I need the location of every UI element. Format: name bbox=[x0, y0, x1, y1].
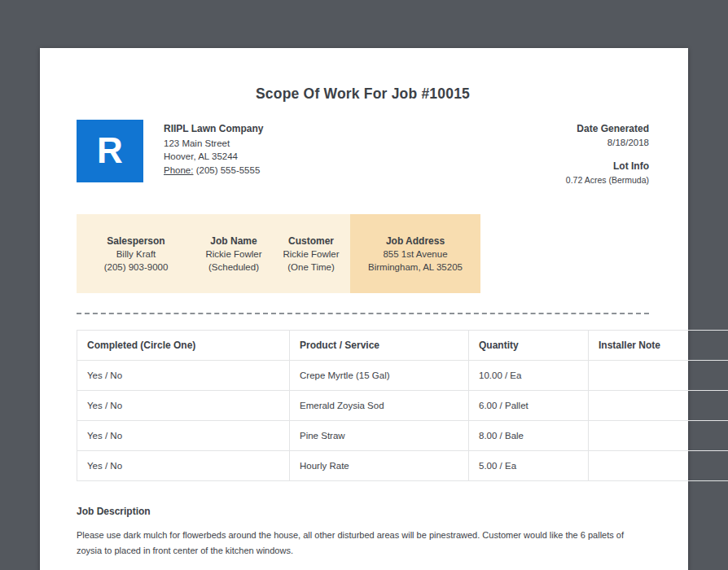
job-address-line1: 855 1st Avenue bbox=[353, 248, 477, 261]
cell-completed: Yes / No bbox=[77, 361, 290, 391]
company-logo: R bbox=[77, 120, 143, 182]
job-description-heading: Job Description bbox=[77, 506, 649, 517]
company-block: R RIIPL Lawn Company 123 Main Street Hoo… bbox=[77, 120, 263, 182]
cell-product: Crepe Myrtle (15 Gal) bbox=[290, 361, 469, 391]
lot-info-value: 0.72 Acres (Bermuda) bbox=[566, 173, 649, 187]
date-generated-label: Date Generated bbox=[566, 122, 649, 136]
header-product-service: Product / Service bbox=[290, 331, 469, 361]
table-row: Yes / No Pine Straw 8.00 / Bale bbox=[77, 421, 728, 451]
page-title: Scope Of Work For Job #10015 bbox=[77, 48, 649, 103]
cell-quantity: 5.00 / Ea bbox=[469, 451, 589, 481]
company-phone: Phone: (205) 555-5555 bbox=[164, 164, 263, 178]
customer-label: Customer bbox=[275, 235, 347, 248]
job-info-job-name: Job Name Rickie Fowler (Scheduled) bbox=[195, 214, 272, 293]
company-name: RIIPL Lawn Company bbox=[164, 122, 263, 136]
salesperson-phone: (205) 903-9000 bbox=[80, 261, 192, 274]
date-generated-value: 8/18/2018 bbox=[566, 136, 649, 150]
company-address-line2: Hoover, AL 35244 bbox=[164, 150, 263, 164]
meta-block: Date Generated 8/18/2018 Lot Info 0.72 A… bbox=[566, 120, 649, 186]
header-quantity: Quantity bbox=[469, 331, 589, 361]
cell-product: Emerald Zoysia Sod bbox=[290, 391, 469, 421]
job-address-line2: Birmingham, AL 35205 bbox=[353, 261, 477, 274]
salesperson-name: Billy Kraft bbox=[80, 248, 192, 261]
company-address-line1: 123 Main Street bbox=[164, 137, 263, 151]
phone-label: Phone: bbox=[164, 165, 193, 175]
dashed-divider bbox=[77, 313, 649, 314]
document-header: R RIIPL Lawn Company 123 Main Street Hoo… bbox=[77, 120, 649, 186]
table-row: Yes / No Crepe Myrtle (15 Gal) 10.00 / E… bbox=[77, 361, 728, 391]
header-completed: Completed (Circle One) bbox=[77, 331, 290, 361]
cell-installer-note bbox=[589, 421, 728, 451]
job-address-label: Job Address bbox=[353, 235, 477, 248]
logo-letter: R bbox=[97, 133, 123, 169]
cell-installer-note bbox=[589, 361, 728, 391]
cell-quantity: 8.00 / Bale bbox=[469, 421, 589, 451]
document-page: Scope Of Work For Job #10015 R RIIPL Law… bbox=[40, 48, 688, 570]
job-description-paragraph-1: Please use dark mulch for flowerbeds aro… bbox=[77, 528, 649, 559]
lot-info-label: Lot Info bbox=[566, 160, 649, 173]
job-info-job-address: Job Address 855 1st Avenue Birmingham, A… bbox=[350, 214, 480, 293]
job-name-status: (Scheduled) bbox=[199, 261, 269, 274]
cell-completed: Yes / No bbox=[77, 391, 290, 421]
meta-spacer bbox=[566, 149, 649, 160]
cell-quantity: 10.00 / Ea bbox=[469, 361, 589, 391]
table-row: Yes / No Hourly Rate 5.00 / Ea bbox=[77, 451, 728, 481]
cell-quantity: 6.00 / Pallet bbox=[469, 391, 589, 421]
job-info-customer: Customer Rickie Fowler (One Time) bbox=[272, 214, 350, 293]
cell-product: Hourly Rate bbox=[290, 451, 469, 481]
table-header-row: Completed (Circle One) Product / Service… bbox=[77, 331, 728, 361]
cell-product: Pine Straw bbox=[290, 421, 469, 451]
cell-installer-note bbox=[589, 451, 728, 481]
job-info-salesperson: Salesperson Billy Kraft (205) 903-9000 bbox=[77, 214, 195, 293]
cell-completed: Yes / No bbox=[77, 421, 290, 451]
header-installer-note: Installer Note bbox=[589, 331, 728, 361]
company-info: RIIPL Lawn Company 123 Main Street Hoove… bbox=[164, 120, 263, 182]
job-name-value: Rickie Fowler bbox=[199, 248, 269, 261]
job-name-label: Job Name bbox=[199, 235, 269, 248]
cell-completed: Yes / No bbox=[77, 451, 290, 481]
customer-name: Rickie Fowler bbox=[275, 248, 347, 261]
job-info-band: Salesperson Billy Kraft (205) 903-9000 J… bbox=[77, 214, 480, 293]
cell-installer-note bbox=[589, 391, 728, 421]
table-row: Yes / No Emerald Zoysia Sod 6.00 / Palle… bbox=[77, 391, 728, 421]
customer-type: (One Time) bbox=[275, 261, 347, 274]
phone-value: (205) 555-5555 bbox=[196, 165, 261, 175]
scope-of-work-table: Completed (Circle One) Product / Service… bbox=[77, 330, 728, 481]
salesperson-label: Salesperson bbox=[80, 235, 192, 248]
dark-backdrop: Scope Of Work For Job #10015 R RIIPL Law… bbox=[0, 0, 728, 570]
